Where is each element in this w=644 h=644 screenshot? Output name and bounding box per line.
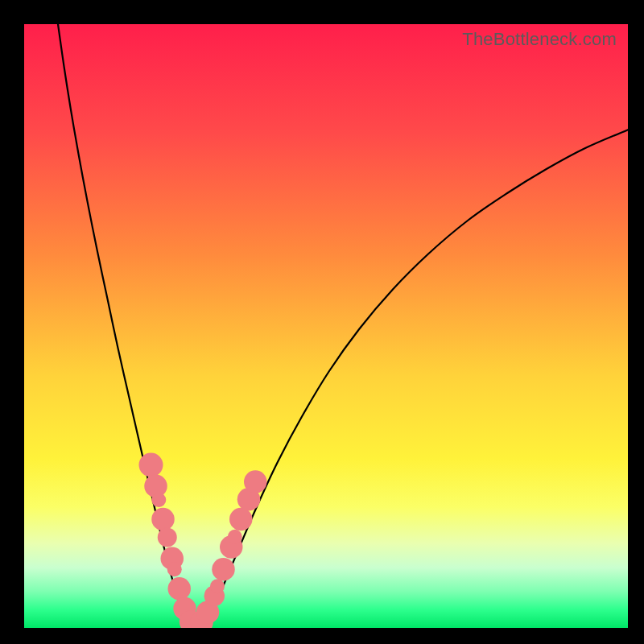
chart-frame: TheBottleneck.com: [0, 0, 644, 644]
data-marker: [151, 508, 175, 531]
data-marker: [210, 579, 225, 593]
data-marker: [244, 470, 267, 493]
data-marker: [158, 528, 177, 547]
plot-area: TheBottleneck.com: [24, 24, 628, 628]
data-marker: [168, 577, 192, 601]
data-marker: [151, 493, 166, 507]
data-marker: [167, 562, 182, 576]
chart-svg: [24, 24, 628, 628]
gradient-background: [24, 24, 628, 628]
data-marker: [212, 558, 235, 581]
data-marker: [229, 508, 253, 531]
data-marker: [228, 530, 242, 544]
watermark-text: TheBottleneck.com: [462, 29, 617, 50]
data-marker: [139, 453, 163, 477]
